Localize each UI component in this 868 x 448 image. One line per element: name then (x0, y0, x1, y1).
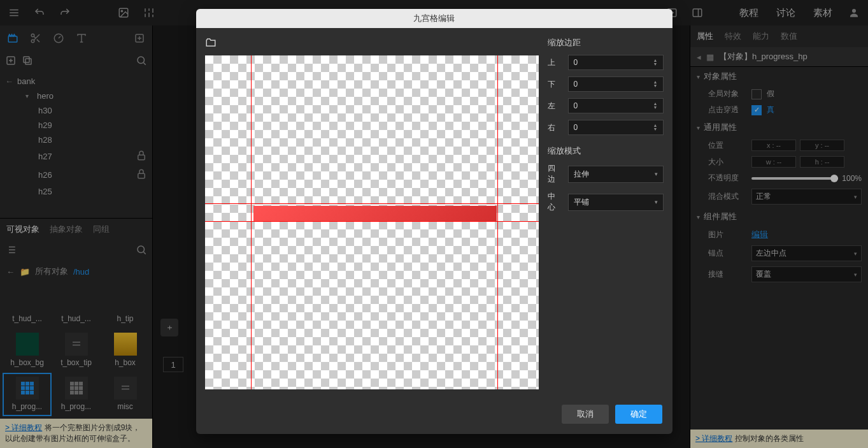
margin-right-row: 右 0▲▼ (548, 120, 664, 135)
slice-content-bar (253, 206, 497, 221)
margin-bottom-row: 下 0▲▼ (548, 76, 664, 92)
cancel-button[interactable]: 取消 (562, 405, 609, 424)
modal-mode-section: 缩放模式 (548, 145, 664, 157)
modal-margin-section: 缩放边距 (548, 37, 664, 48)
margin-top-row: 上 0▲▼ (548, 55, 664, 70)
input-margin-top[interactable]: 0▲▼ (568, 55, 664, 70)
modal-footer: 取消 确定 (196, 398, 672, 434)
input-margin-left[interactable]: 0▲▼ (568, 98, 664, 113)
select-mode-sides[interactable]: 拉伸▾ (568, 166, 664, 183)
input-margin-right[interactable]: 0▲▼ (568, 120, 664, 135)
select-mode-center[interactable]: 平铺▾ (568, 194, 664, 211)
nine-slice-modal: 九宫格编辑 缩放边距 上 0▲▼ (196, 9, 672, 434)
margin-left-row: 左 0▲▼ (548, 98, 664, 113)
slice-top-line[interactable] (205, 203, 539, 204)
ok-button[interactable]: 确定 (615, 405, 662, 424)
slice-right-line[interactable] (497, 55, 498, 389)
modal-open-folder-icon[interactable] (205, 37, 539, 50)
slice-bottom-line[interactable] (205, 221, 539, 222)
nine-slice-canvas[interactable] (205, 55, 539, 389)
mode-sides-row: 四边 拉伸▾ (548, 163, 664, 185)
modal-title: 九宫格编辑 (196, 9, 672, 28)
mode-center-row: 中心 平铺▾ (548, 191, 664, 213)
input-margin-bottom[interactable]: 0▲▼ (568, 76, 664, 92)
slice-left-line[interactable] (251, 55, 252, 389)
modal-overlay: 九宫格编辑 缩放边距 上 0▲▼ (0, 0, 868, 448)
